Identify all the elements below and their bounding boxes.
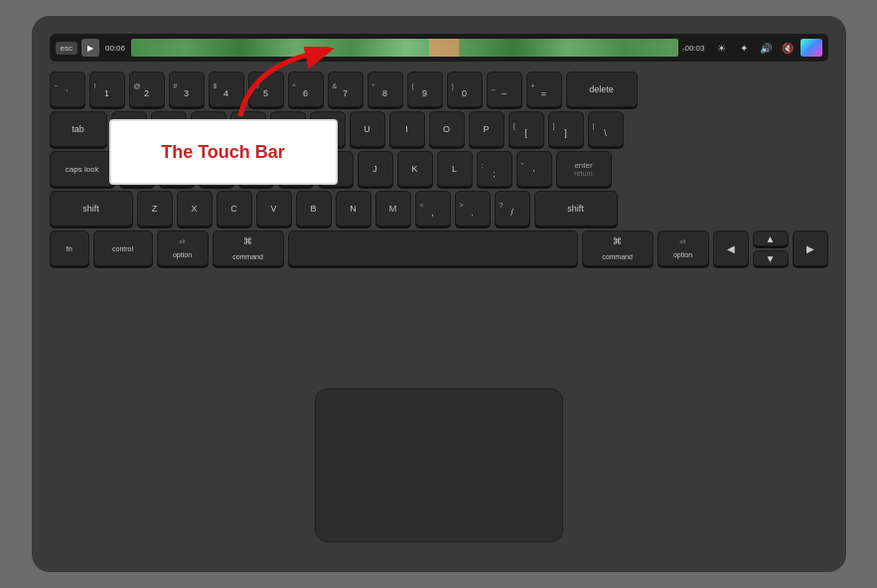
time-remaining: -00:03: [682, 44, 705, 53]
key-quote[interactable]: "': [516, 151, 552, 187]
keyboard-area: The Touch Bar ~` !1 @2 #3 $4 %5 ^6 &7 *8…: [50, 72, 828, 380]
touch-bar: esc ▶ 00:06 -00:03 ☀ ✦ 🔊 🔇: [50, 34, 828, 62]
key-lbracket[interactable]: {[: [509, 111, 544, 147]
option-left-key[interactable]: altoption: [157, 230, 209, 266]
caps-lock-key[interactable]: caps lock: [50, 151, 115, 187]
arrow-left-key[interactable]: ◀: [713, 230, 749, 266]
key-5[interactable]: %5: [248, 72, 284, 107]
key-slash[interactable]: ?/: [495, 191, 530, 226]
option-right-key[interactable]: altoption: [658, 230, 709, 266]
key-comma[interactable]: <,: [415, 191, 451, 226]
key-k[interactable]: K: [397, 151, 433, 187]
enter-key[interactable]: enter return: [556, 151, 612, 187]
control-key[interactable]: control: [93, 230, 153, 266]
key-u[interactable]: U: [350, 111, 385, 147]
command-right-key[interactable]: ⌘command: [582, 230, 654, 266]
key-minus[interactable]: _–: [487, 72, 522, 107]
key-n[interactable]: N: [336, 191, 371, 226]
key-v[interactable]: V: [256, 191, 292, 226]
key-o[interactable]: O: [429, 111, 465, 147]
esc-key[interactable]: esc: [56, 42, 77, 55]
key-rbracket[interactable]: }]: [548, 111, 584, 147]
key-j[interactable]: J: [358, 151, 393, 187]
modifier-row: fn control altoption ⌘command ⌘command a…: [50, 230, 828, 266]
key-b[interactable]: B: [296, 191, 332, 226]
key-l[interactable]: L: [437, 151, 473, 187]
arrow-down-key[interactable]: ▼: [753, 250, 789, 266]
key-backtick[interactable]: ~`: [50, 72, 85, 107]
space-key[interactable]: [288, 230, 578, 266]
fn-key[interactable]: fn: [50, 230, 89, 266]
waveform[interactable]: [131, 39, 678, 57]
key-4[interactable]: $4: [209, 72, 244, 107]
brightness-icon[interactable]: ☀: [713, 39, 731, 57]
star-icon[interactable]: ✦: [735, 39, 753, 57]
key-7[interactable]: &7: [328, 72, 364, 107]
callout-box: The Touch Bar: [109, 119, 338, 185]
key-z[interactable]: Z: [137, 191, 173, 226]
key-period[interactable]: >.: [455, 191, 491, 226]
key-m[interactable]: M: [375, 191, 411, 226]
arrow-up-key[interactable]: ▲: [753, 230, 789, 246]
key-8[interactable]: *8: [367, 72, 403, 107]
callout-text: The Touch Bar: [161, 142, 285, 163]
trackpad[interactable]: [315, 388, 563, 542]
tab-key[interactable]: tab: [50, 111, 107, 147]
key-3[interactable]: #3: [169, 72, 205, 107]
command-left-key[interactable]: ⌘command: [213, 230, 284, 266]
play-button[interactable]: ▶: [81, 39, 99, 57]
number-row: ~` !1 @2 #3 $4 %5 ^6 &7 *8 (9 )0 _– += d…: [50, 72, 828, 107]
trackpad-area: [315, 388, 563, 542]
key-x[interactable]: X: [177, 191, 213, 226]
key-backslash[interactable]: |\: [588, 111, 624, 147]
laptop-body: esc ▶ 00:06 -00:03 ☀ ✦ 🔊 🔇: [32, 16, 846, 572]
time-display: 00:06: [105, 44, 125, 53]
zxcv-row: shift Z X C V B N M <, >. ?/ shift: [50, 191, 828, 226]
key-6[interactable]: ^6: [288, 72, 324, 107]
siri-button[interactable]: [801, 39, 822, 57]
delete-key[interactable]: delete: [566, 72, 638, 107]
volume-icon[interactable]: 🔊: [757, 39, 775, 57]
shift-right-key[interactable]: shift: [534, 191, 618, 226]
mute-icon[interactable]: 🔇: [779, 39, 797, 57]
key-p[interactable]: P: [469, 111, 505, 147]
tb-icon-group: ☀ ✦ 🔊 🔇: [713, 39, 822, 57]
key-equals[interactable]: +=: [526, 72, 562, 107]
key-i[interactable]: I: [389, 111, 425, 147]
key-2[interactable]: @2: [129, 72, 165, 107]
key-semicolon[interactable]: :;: [477, 151, 512, 187]
key-c[interactable]: C: [217, 191, 252, 226]
key-0[interactable]: )0: [447, 72, 483, 107]
key-1[interactable]: !1: [89, 72, 125, 107]
shift-left-key[interactable]: shift: [50, 191, 133, 226]
key-9[interactable]: (9: [407, 72, 443, 107]
arrow-right-key[interactable]: ▶: [793, 230, 828, 266]
